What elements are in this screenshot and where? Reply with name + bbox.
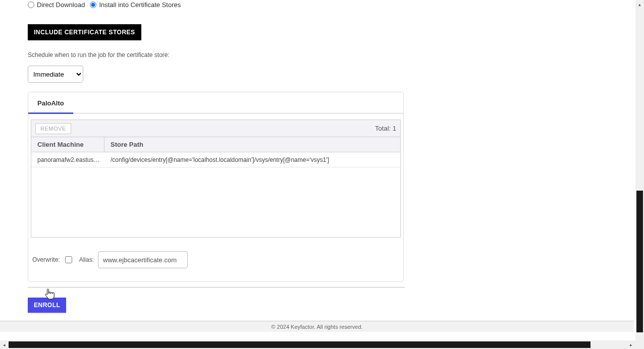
footer: © 2024 Keyfactor. All rights reserved. <box>0 321 634 332</box>
schedule-label: Schedule when to run the job for the cer… <box>28 51 634 59</box>
overwrite-checkbox[interactable] <box>65 256 72 263</box>
column-store-path[interactable]: Store Path <box>104 137 400 152</box>
vertical-scrollbar[interactable]: ▴ <box>635 0 644 341</box>
footer-text: © 2024 Keyfactor. All rights reserved. <box>271 324 362 330</box>
enroll-button[interactable]: ENROLL <box>28 298 66 313</box>
grid-header-row: Client Machine Store Path <box>31 137 400 152</box>
direct-download-radio[interactable] <box>28 2 34 8</box>
certificate-stores-panel: PaloAlto REMOVE Total: 1 Client Machine … <box>28 92 404 282</box>
alias-label: Alias: <box>79 256 94 263</box>
tab-paloalto[interactable]: PaloAlto <box>28 92 73 113</box>
scrollbar-corner <box>635 340 644 349</box>
stores-tab-strip: PaloAlto <box>28 92 403 113</box>
vertical-scroll-thumb[interactable] <box>636 191 643 332</box>
table-row[interactable]: panoramafw2.eastus… /config/devices/entr… <box>31 152 400 167</box>
horizontal-scroll-thumb[interactable] <box>9 341 591 348</box>
cell-store-path: /config/devices/entry[@name='localhost.l… <box>104 152 400 167</box>
install-stores-option[interactable]: Install into Certificate Stores <box>90 1 181 9</box>
remove-button[interactable]: REMOVE <box>35 123 71 134</box>
cell-client-machine: panoramafw2.eastus… <box>31 152 104 167</box>
stores-grid: REMOVE Total: 1 Client Machine Store Pat… <box>31 120 401 238</box>
direct-download-label: Direct Download <box>37 1 85 9</box>
schedule-select[interactable]: Immediate <box>28 66 83 83</box>
direct-download-option[interactable]: Direct Download <box>28 1 85 9</box>
include-certificate-stores-button[interactable]: INCLUDE CERTIFICATE STORES <box>28 24 141 40</box>
scroll-right-arrow-icon[interactable]: ▸ <box>627 340 635 349</box>
tab-label: PaloAlto <box>37 99 64 107</box>
grid-body: panoramafw2.eastus… /config/devices/entr… <box>31 152 400 237</box>
store-options-row: Overwrite: Alias: <box>28 240 403 281</box>
install-stores-radio[interactable] <box>90 2 96 8</box>
delivery-radio-group: Direct Download Install into Certificate… <box>28 0 634 9</box>
horizontal-scrollbar[interactable]: ◂ ▸ <box>0 340 635 349</box>
install-stores-label: Install into Certificate Stores <box>99 1 181 9</box>
scroll-up-arrow-icon[interactable]: ▴ <box>635 0 644 9</box>
grid-total: Total: 1 <box>375 125 396 132</box>
column-client-machine[interactable]: Client Machine <box>31 137 104 152</box>
grid-toolbar: REMOVE Total: 1 <box>31 120 400 137</box>
separator <box>28 287 405 287</box>
scroll-left-arrow-icon[interactable]: ◂ <box>0 340 9 349</box>
overwrite-label: Overwrite: <box>32 256 60 263</box>
alias-input[interactable] <box>98 251 188 268</box>
